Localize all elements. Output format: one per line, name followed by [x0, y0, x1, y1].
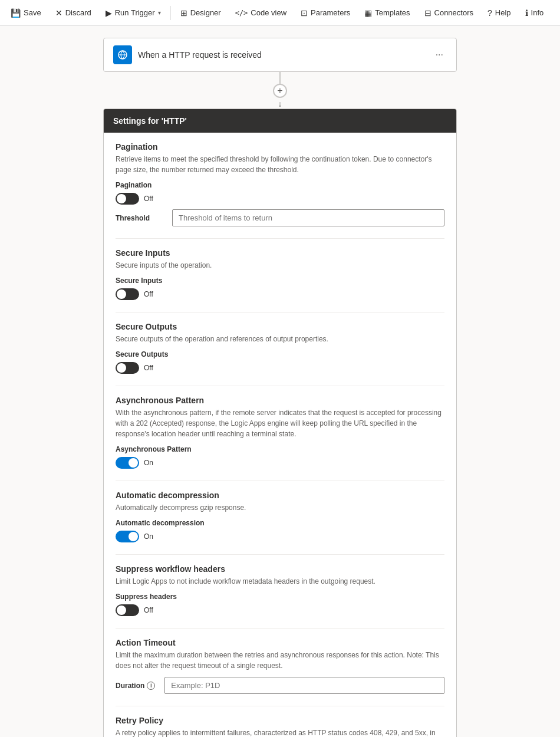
- info-button[interactable]: ℹ Info: [519, 5, 550, 21]
- settings-panel: Settings for 'HTTP' Pagination Retrieve …: [103, 108, 457, 737]
- toolbar: 💾 Save ✕ Discard ▶ Run Trigger ▾ ⊞ Desig…: [0, 0, 560, 26]
- divider-decomp: [116, 554, 444, 555]
- secure-inputs-toggle-label: Off: [144, 290, 153, 298]
- suppress-headers-title: Suppress workflow headers: [116, 564, 444, 574]
- pagination-field-label: Pagination: [116, 181, 444, 189]
- run-chevron: ▾: [158, 9, 161, 16]
- retry-policy-title: Retry Policy: [116, 716, 444, 725]
- auto-decomp-title: Automatic decompression: [116, 491, 444, 500]
- settings-body: Pagination Retrieve items to meet the sp…: [104, 133, 456, 737]
- discard-icon: ✕: [55, 8, 62, 18]
- threshold-label: Threshold: [116, 214, 163, 222]
- pagination-toggle[interactable]: [116, 193, 139, 205]
- pagination-toggle-label: Off: [144, 195, 153, 203]
- save-icon: 💾: [11, 8, 21, 18]
- auto-decomp-field-label: Automatic decompression: [116, 519, 444, 527]
- connector-line-top: [279, 72, 281, 84]
- secure-outputs-title: Secure Outputs: [116, 322, 444, 331]
- ellipsis-button[interactable]: ···: [432, 48, 447, 61]
- action-timeout-desc: Limit the maximum duration between the r…: [116, 650, 444, 671]
- code-icon: </>: [235, 9, 248, 17]
- divider-async: [116, 481, 444, 481]
- async-pattern-field-label: Asynchronous Pattern: [116, 445, 444, 453]
- suppress-headers-field-label: Suppress headers: [116, 593, 444, 601]
- async-pattern-desc: With the asynchronous pattern, if the re…: [116, 407, 444, 439]
- divider-pagination: [116, 238, 444, 239]
- secure-inputs-toggle-knob: [117, 289, 126, 299]
- duration-row: Duration i: [116, 677, 444, 694]
- secure-inputs-section: Secure Inputs Secure inputs of the opera…: [116, 248, 444, 300]
- canvas: When a HTTP request is received ··· + ↓ …: [0, 26, 560, 737]
- auto-decomp-toggle-row: On: [116, 531, 444, 542]
- retry-policy-section: Retry Policy A retry policy applies to i…: [116, 716, 444, 737]
- save-button[interactable]: 💾 Save: [5, 5, 47, 21]
- secure-outputs-toggle-label: Off: [144, 364, 153, 372]
- help-icon: ?: [487, 8, 492, 18]
- add-step-button[interactable]: +: [273, 84, 287, 98]
- secure-outputs-desc: Secure outputs of the operation and refe…: [116, 334, 444, 344]
- discard-button[interactable]: ✕ Discard: [50, 5, 97, 21]
- duration-info-icon[interactable]: i: [147, 682, 155, 690]
- divider-suppress: [116, 628, 444, 629]
- async-pattern-toggle-row: On: [116, 457, 444, 469]
- suppress-headers-toggle-knob: [117, 606, 126, 615]
- help-button[interactable]: ? Help: [482, 5, 517, 21]
- suppress-headers-section: Suppress workflow headers Limit Logic Ap…: [116, 564, 444, 616]
- secure-outputs-field-label: Secure Outputs: [116, 350, 444, 358]
- auto-decomp-desc: Automatically decompress gzip response.: [116, 502, 444, 513]
- secure-outputs-toggle-row: Off: [116, 362, 444, 374]
- trigger-block: When a HTTP request is received ··· + ↓ …: [103, 38, 457, 737]
- secure-inputs-toggle-row: Off: [116, 288, 444, 300]
- secure-outputs-toggle[interactable]: [116, 362, 139, 374]
- divider-secure-inputs: [116, 312, 444, 312]
- auto-decomp-toggle[interactable]: [116, 531, 139, 542]
- auto-decomp-toggle-label: On: [144, 532, 153, 541]
- parameters-button[interactable]: ⊡ Parameters: [295, 5, 356, 21]
- pagination-toggle-row: Off: [116, 193, 444, 205]
- suppress-headers-toggle-label: Off: [144, 606, 153, 614]
- auto-decomp-toggle-knob: [129, 532, 138, 541]
- divider-timeout: [116, 706, 444, 706]
- run-icon: ▶: [106, 8, 112, 18]
- arrow-down: ↓: [278, 99, 282, 108]
- code-view-button[interactable]: </> Code view: [229, 5, 292, 21]
- settings-header: Settings for 'HTTP': [104, 109, 456, 133]
- secure-inputs-field-label: Secure Inputs: [116, 277, 444, 285]
- connectors-button[interactable]: ⊟ Connectors: [419, 5, 479, 21]
- threshold-row: Threshold: [116, 209, 444, 226]
- designer-icon: ⊞: [180, 8, 187, 18]
- templates-button[interactable]: ▦ Templates: [358, 5, 416, 21]
- secure-inputs-title: Secure Inputs: [116, 248, 444, 258]
- async-pattern-toggle[interactable]: [116, 457, 139, 469]
- secure-inputs-toggle[interactable]: [116, 288, 139, 300]
- pagination-toggle-knob: [117, 194, 126, 203]
- action-timeout-section: Action Timeout Limit the maximum duratio…: [116, 638, 444, 694]
- auto-decomp-section: Automatic decompression Automatically de…: [116, 491, 444, 542]
- suppress-headers-desc: Limit Logic Apps to not include workflow…: [116, 576, 444, 587]
- connectors-icon: ⊟: [424, 8, 431, 18]
- async-pattern-toggle-knob: [129, 458, 138, 468]
- connector: + ↓: [103, 72, 457, 108]
- async-pattern-title: Asynchronous Pattern: [116, 396, 444, 405]
- pagination-title: Pagination: [116, 142, 444, 152]
- designer-button[interactable]: ⊞ Designer: [174, 5, 227, 21]
- divider-secure-outputs: [116, 386, 444, 386]
- duration-input[interactable]: [164, 677, 444, 694]
- templates-icon: ▦: [364, 8, 372, 18]
- retry-policy-desc: A retry policy applies to intermittent f…: [116, 728, 444, 737]
- run-trigger-button[interactable]: ▶ Run Trigger ▾: [100, 5, 167, 21]
- http-icon: [113, 45, 132, 64]
- pagination-desc: Retrieve items to meet the specified thr…: [116, 154, 444, 175]
- secure-inputs-desc: Secure inputs of the operation.: [116, 260, 444, 271]
- threshold-input[interactable]: [172, 209, 444, 226]
- http-trigger[interactable]: When a HTTP request is received ···: [103, 38, 457, 72]
- parameters-icon: ⊡: [301, 8, 308, 18]
- secure-outputs-section: Secure Outputs Secure outputs of the ope…: [116, 322, 444, 374]
- suppress-headers-toggle[interactable]: [116, 604, 139, 616]
- http-trigger-title: When a HTTP request is received: [138, 50, 426, 60]
- action-timeout-title: Action Timeout: [116, 638, 444, 647]
- pagination-section: Pagination Retrieve items to meet the sp…: [116, 142, 444, 226]
- suppress-headers-toggle-row: Off: [116, 604, 444, 616]
- info-icon: ℹ: [525, 8, 528, 18]
- async-pattern-toggle-label: On: [144, 459, 153, 467]
